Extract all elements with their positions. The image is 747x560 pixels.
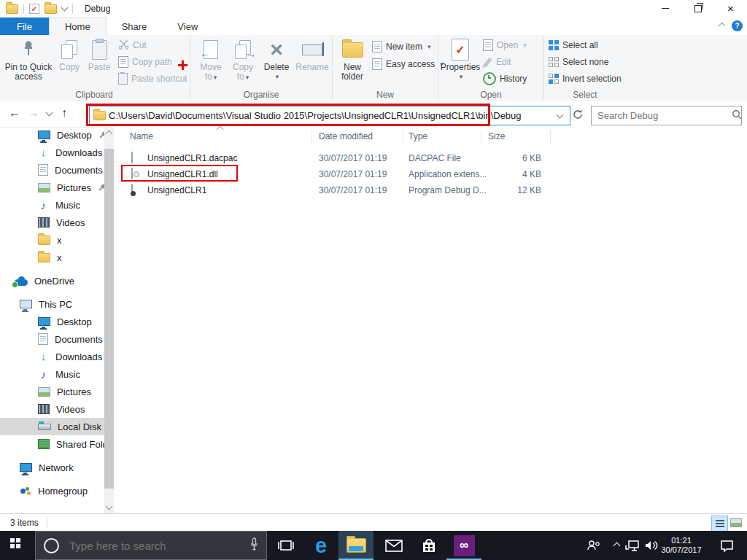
- button-label: Open: [497, 40, 518, 50]
- sidebar-item-videos[interactable]: Videos: [0, 214, 104, 231]
- scroll-up-icon[interactable]: [106, 131, 113, 138]
- sidebar-item-pictures[interactable]: Pictures: [0, 179, 104, 196]
- refresh-button[interactable]: [572, 109, 584, 122]
- file-row-dacpac[interactable]: UnsignedCLR1.dacpac 30/07/2017 01:19 DAC…: [114, 150, 741, 166]
- dll-file-icon: [131, 168, 133, 179]
- file-row-dll[interactable]: UnsignedCLR1.dll 30/07/2017 01:19 Applic…: [114, 166, 741, 182]
- delete-button[interactable]: × Delete ▾: [260, 36, 293, 82]
- history-button[interactable]: History: [483, 71, 527, 86]
- move-to-button[interactable]: ← Move to▾: [196, 36, 226, 82]
- column-divider[interactable]: [550, 130, 551, 143]
- sidebar-item-music[interactable]: ♪Music: [0, 196, 104, 214]
- sidebar-item-downloads[interactable]: ↓Downloads: [0, 144, 104, 161]
- address-dropdown-chevron-icon[interactable]: [557, 111, 564, 118]
- cut-button[interactable]: Cut: [118, 38, 147, 52]
- column-divider[interactable]: [403, 130, 403, 143]
- copy-to-button[interactable]: → Copy to▾: [228, 36, 258, 82]
- visual-studio-icon: ∞: [454, 535, 475, 556]
- sidebar-item-desktop[interactable]: Desktop: [0, 126, 104, 144]
- invert-selection-button[interactable]: Invert selection: [549, 71, 622, 86]
- visual-studio-button[interactable]: ∞: [446, 531, 481, 560]
- details-view-button[interactable]: [711, 516, 728, 532]
- column-header-name[interactable]: Name: [130, 131, 153, 141]
- sidebar-item-pictures[interactable]: Pictures: [0, 383, 104, 400]
- qat-customize-chevron-icon[interactable]: [61, 4, 69, 12]
- action-center-button[interactable]: [713, 531, 740, 560]
- thumbnails-view-button[interactable]: [728, 516, 743, 530]
- collapse-ribbon-icon[interactable]: [719, 23, 726, 30]
- mail-button[interactable]: [376, 531, 411, 560]
- scroll-down-icon[interactable]: [106, 503, 113, 510]
- documents-icon: [38, 164, 48, 176]
- sidebar-item-x-folder[interactable]: x: [0, 249, 104, 266]
- sidebar-item-local-disk-c[interactable]: Local Disk (C:): [0, 418, 104, 435]
- sidebar-item-documents[interactable]: Documents: [0, 161, 104, 179]
- back-button[interactable]: ←: [9, 107, 20, 119]
- network-button[interactable]: [623, 531, 642, 560]
- copy-to-icon: →: [235, 36, 251, 63]
- help-icon[interactable]: ?: [732, 20, 743, 31]
- new-item-button[interactable]: New item ▾: [372, 39, 431, 54]
- scrollbar-thumb[interactable]: [104, 149, 114, 489]
- microphone-icon[interactable]: [249, 537, 259, 553]
- start-button[interactable]: [0, 531, 35, 560]
- sidebar-item-desktop[interactable]: Desktop: [0, 313, 104, 330]
- tray-overflow-button[interactable]: [608, 531, 624, 560]
- tab-share[interactable]: Share: [107, 18, 163, 35]
- minimize-button[interactable]: [649, 0, 681, 17]
- sidebar-item-network[interactable]: Network: [0, 459, 104, 476]
- search-input[interactable]: [592, 110, 732, 121]
- qat-properties-icon[interactable]: ✓: [29, 4, 39, 14]
- file-row-pdb[interactable]: UnsignedCLR1 30/07/2017 01:19 Program De…: [114, 182, 741, 198]
- sidebar-item-shared-folders[interactable]: Shared Folders (\: [0, 435, 104, 453]
- tab-view[interactable]: View: [162, 18, 213, 35]
- rename-button[interactable]: Rename: [293, 36, 331, 72]
- sidebar-item-documents[interactable]: Documents: [0, 330, 104, 348]
- column-divider[interactable]: [481, 130, 481, 143]
- copy-button[interactable]: Copy: [55, 36, 83, 72]
- select-none-button[interactable]: Select none: [549, 55, 608, 69]
- people-button[interactable]: [581, 531, 607, 560]
- file-explorer-button[interactable]: [338, 531, 374, 560]
- sidebar-item-downloads[interactable]: ↓Downloads: [0, 348, 104, 365]
- sidebar-item-homegroup[interactable]: Homegroup: [0, 482, 104, 499]
- restore-button[interactable]: [681, 0, 714, 17]
- qat-new-folder-icon[interactable]: [44, 4, 57, 14]
- paste-button[interactable]: Paste: [85, 36, 114, 72]
- tab-file[interactable]: File: [0, 18, 49, 35]
- sidebar-item-this-pc[interactable]: This PC: [0, 295, 104, 313]
- column-header-size[interactable]: Size: [488, 131, 505, 141]
- close-button[interactable]: ×: [714, 0, 747, 17]
- taskbar-search[interactable]: [35, 531, 267, 560]
- column-header-date[interactable]: Date modified: [319, 131, 373, 141]
- edit-button[interactable]: Edit: [483, 55, 511, 69]
- properties-button[interactable]: ✓ Properties ▾: [441, 36, 480, 82]
- new-folder-button[interactable]: New folder: [336, 36, 369, 82]
- sidebar-item-onedrive[interactable]: OneDrive: [0, 272, 104, 289]
- sidebar-item-x-folder[interactable]: x: [0, 231, 104, 249]
- edge-button[interactable]: e: [303, 531, 338, 560]
- store-button[interactable]: [411, 531, 446, 560]
- copy-path-button[interactable]: Copy path: [118, 55, 172, 69]
- address-input[interactable]: [106, 110, 557, 121]
- homegroup-icon: [20, 486, 31, 495]
- pin-to-quick-access-button[interactable]: Pin to Quick access: [4, 36, 53, 82]
- task-view-button[interactable]: [268, 531, 303, 560]
- sidebar-item-videos[interactable]: Videos: [0, 400, 104, 418]
- select-all-button[interactable]: Select all: [549, 38, 598, 52]
- cut-icon: [118, 39, 129, 52]
- taskbar-search-input[interactable]: [68, 539, 249, 553]
- open-button[interactable]: Open ▾: [483, 38, 527, 52]
- search-box[interactable]: [591, 106, 742, 125]
- clock[interactable]: 01:21 30/07/2017: [659, 531, 704, 560]
- easy-access-button[interactable]: Easy access ▾: [372, 57, 444, 71]
- forward-button[interactable]: →: [28, 107, 39, 119]
- address-bar[interactable]: [89, 106, 570, 125]
- column-header-type[interactable]: Type: [409, 131, 427, 141]
- column-divider[interactable]: [311, 130, 312, 143]
- up-button[interactable]: ↑: [61, 107, 67, 119]
- sidebar-scrollbar[interactable]: [104, 127, 114, 513]
- tab-home[interactable]: Home: [49, 18, 107, 35]
- sidebar-item-music[interactable]: ♪Music: [0, 365, 104, 383]
- desktop-icon: [38, 317, 50, 326]
